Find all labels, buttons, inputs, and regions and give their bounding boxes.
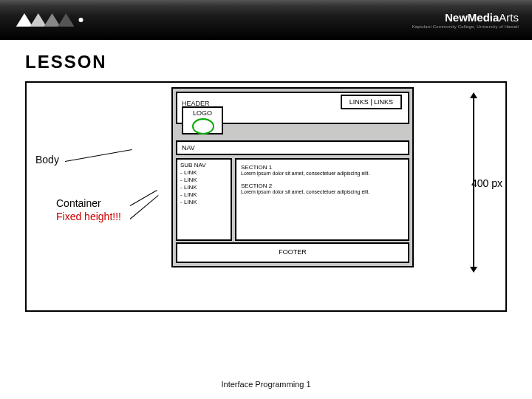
dimension-bar (470, 92, 477, 273)
top-banner: NewMediaArts Kapiolani Community College… (0, 0, 532, 40)
brand-text: NewMediaArts Kapiolani Community College… (412, 11, 519, 29)
brand-bold: NewMedia (445, 11, 499, 24)
wf-section2-text: Lorem ipsum dolor sit amet, consectetuer… (241, 189, 403, 195)
wf-links: LINKS | LINKS (341, 95, 402, 109)
wf-section1-text: Lorem ipsum dolor sit amet, consectetuer… (241, 171, 403, 177)
lesson-title: LESSON (25, 52, 507, 72)
dimension-line (473, 97, 474, 268)
wf-nav-label: NAV (182, 144, 195, 151)
wf-subnav-item: - LINK (180, 191, 228, 199)
brand-subtitle: Kapiolani Community College, University … (412, 24, 519, 29)
wf-content: SECTION 1 Lorem ipsum dolor sit amet, co… (235, 158, 409, 241)
wf-logo: LOGO (182, 106, 223, 134)
wf-nav: NAV (176, 140, 409, 155)
nma-logo-icon (13, 8, 102, 32)
annotation-container-line1: Container (56, 197, 121, 210)
brand-light: Arts (499, 11, 519, 24)
wf-logo-label: LOGO (193, 109, 212, 117)
wf-subnav: SUB NAV - LINK - LINK - LINK - LINK - LI… (176, 158, 232, 241)
wf-footer-label: FOOTER (279, 248, 307, 256)
wf-links-text: LINKS | LINKS (341, 95, 402, 109)
slide-body: LESSON HEADER LINKS | LINKS LOGO NAV SUB… (0, 40, 532, 312)
wf-main: SUB NAV - LINK - LINK - LINK - LINK - LI… (176, 158, 409, 241)
wf-subnav-item: - LINK (180, 199, 228, 206)
wireframe-container: HEADER LINKS | LINKS LOGO NAV SUB NAV - … (171, 87, 414, 267)
wf-subnav-item: - LINK (180, 184, 228, 191)
wf-subnav-item: - LINK (180, 177, 228, 184)
wf-subnav-title: SUB NAV (180, 162, 228, 169)
slide-footer: Interface Programming 1 (0, 380, 532, 389)
annotation-container: Container Fixed height!!! (56, 197, 121, 223)
wf-footer: FOOTER (176, 242, 409, 263)
svg-point-0 (79, 18, 83, 22)
wf-subnav-item: - LINK (180, 169, 228, 177)
annotation-container-line2: Fixed height!!! (56, 210, 121, 223)
arrow-down-icon (470, 267, 477, 273)
wf-section2-title: SECTION 2 (241, 183, 403, 189)
annotation-body: Body (35, 154, 59, 166)
wf-section1-title: SECTION 1 (241, 164, 403, 171)
